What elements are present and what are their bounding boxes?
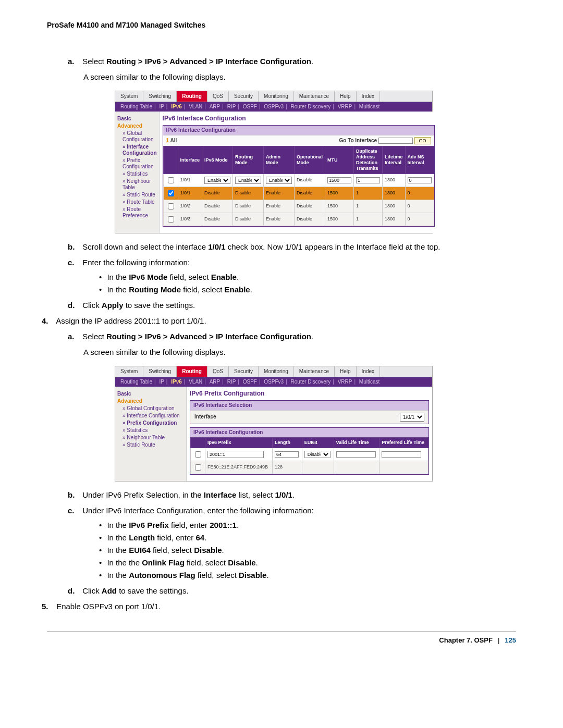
subtab-router-discovery[interactable]: Router Discovery [291, 104, 331, 109]
ipv6-mode-select[interactable]: Enable [204, 177, 230, 184]
sidebar-item-static-route[interactable]: Static Route [123, 192, 157, 198]
go-to-interface-label: Go To Interface [339, 138, 377, 143]
prefix-input[interactable] [207, 451, 264, 458]
sidebar-item-route-pref[interactable]: Route Preference [123, 206, 157, 219]
th-prefix: Ipv6 Prefix [205, 437, 273, 448]
table-row: FE80::21E:2AFF:FED9:249B 128 [191, 461, 429, 474]
cfg-header: IPv6 Interface Configuration [190, 428, 429, 437]
interface-select[interactable]: 1/0/1 [400, 413, 424, 422]
sidebar-item-statistics[interactable]: Statistics [123, 171, 157, 177]
step-a1-label: a. [68, 55, 80, 68]
go-to-interface-input[interactable] [378, 138, 413, 144]
sidebar-item-neighbour[interactable]: Neighbour Table [123, 178, 157, 191]
step-5-label: 5. [42, 600, 54, 613]
sidebar-advanced[interactable]: Advanced [117, 123, 157, 129]
tab-help[interactable]: Help [335, 366, 357, 377]
subtab-ospf[interactable]: OSPF [243, 104, 257, 109]
subtab-ip[interactable]: IP [159, 104, 164, 109]
th-lifetime: Lifetime Interval [383, 146, 406, 174]
tab-index[interactable]: Index [357, 366, 380, 377]
length-input[interactable] [275, 451, 299, 458]
sidebar-item-static-route[interactable]: Static Route [123, 442, 184, 448]
th-mtu: MTU [325, 146, 354, 174]
tab-monitoring[interactable]: Monitoring [259, 91, 294, 102]
table-row: Disable [191, 448, 429, 461]
sidebar-advanced[interactable]: Advanced [117, 398, 184, 404]
go-button[interactable]: GO [414, 137, 431, 144]
step-b2-label: b. [68, 489, 80, 501]
row-checkbox[interactable] [168, 177, 174, 183]
footer-rule [47, 632, 516, 632]
valid-life-input[interactable] [336, 451, 376, 458]
subtab-ipv6[interactable]: IPv6 [171, 104, 182, 109]
tab-switching[interactable]: Switching [143, 91, 177, 102]
tab-qos[interactable]: QoS [207, 366, 229, 377]
th-interface: Interface [178, 146, 202, 174]
step-c1-label: c. [68, 256, 80, 269]
sub-tabs: Routing Table| IP| IPv6| VLAN| ARP| RIP|… [115, 102, 432, 112]
adv-input[interactable] [408, 177, 432, 183]
sidebar-item-interface[interactable]: Interface Configuration [123, 413, 184, 419]
sidebar-item-prefix[interactable]: Prefix Configuration [123, 420, 184, 426]
th-valid-life: Valid Life Time [334, 437, 380, 448]
routing-mode-select[interactable]: Enable [235, 177, 261, 184]
sidebar-item-statistics[interactable]: Statistics [123, 427, 184, 434]
mtu-input[interactable] [327, 177, 351, 183]
sidebar-2: Basic Advanced Global Configuration Inte… [115, 387, 187, 481]
th-eui64: EUI64 [302, 437, 334, 448]
tab-routing[interactable]: Routing [177, 91, 207, 102]
eui64-select[interactable]: Disable [304, 451, 331, 458]
footer-chapter: Chapter 7. OSPF [439, 636, 493, 644]
tab-maintenance[interactable]: Maintenance [294, 366, 335, 377]
step-a2-label: a. [68, 330, 80, 343]
subtab-vrrp[interactable]: VRRP [338, 104, 352, 109]
subtab-rip[interactable]: RIP [227, 104, 236, 109]
subtab-multicast[interactable]: Multicast [359, 104, 380, 109]
row-checkbox[interactable] [168, 190, 174, 196]
subtab-routing-table[interactable]: Routing Table [120, 104, 152, 109]
sidebar-basic[interactable]: Basic [117, 391, 184, 397]
sidebar-basic[interactable]: Basic [117, 116, 157, 122]
sidebar-item-prefix[interactable]: Prefix Configuration [123, 157, 157, 170]
doc-header: ProSafe M4100 and M7100 Managed Switches [47, 21, 516, 29]
tab-help[interactable]: Help [335, 91, 357, 102]
sidebar-item-global[interactable]: Global Configuration [123, 130, 157, 143]
tab-index[interactable]: Index [357, 91, 380, 102]
tab-switching[interactable]: Switching [143, 366, 177, 377]
sidebar-item-neighbour[interactable]: Neighbour Table [123, 435, 184, 441]
sidebar-item-global[interactable]: Global Configuration [123, 405, 184, 412]
step-c2-label: c. [68, 504, 80, 517]
tab-qos[interactable]: QoS [207, 91, 229, 102]
sidebar-item-route-table[interactable]: Route Table [123, 199, 157, 205]
sidebar-item-interface[interactable]: Interface Configuration [123, 144, 157, 156]
tab-monitoring[interactable]: Monitoring [259, 366, 294, 377]
tab-maintenance[interactable]: Maintenance [294, 91, 335, 102]
sidebar: Basic Advanced Global Configuration Inte… [115, 112, 160, 233]
tab-security[interactable]: Security [229, 366, 259, 377]
admin-mode-select[interactable]: Enable [266, 177, 292, 184]
th-routing-mode: Routing Mode [233, 146, 264, 174]
subtab-vlan[interactable]: VLAN [189, 104, 202, 109]
selection-header: IPv6 Interface Selection [190, 401, 429, 410]
row-checkbox[interactable] [195, 451, 201, 458]
dad-input[interactable] [356, 177, 380, 183]
tab-security[interactable]: Security [229, 91, 259, 102]
ipv6-interface-screenshot: System Switching Routing QoS Security Mo… [115, 91, 433, 233]
panel-title: IPv6 Interface Configuration [163, 115, 435, 122]
subtab-ospfv3[interactable]: OSPFv3 [264, 104, 284, 109]
tab-system[interactable]: System [115, 366, 143, 377]
th-ipv6-mode: IPv6 Mode [202, 146, 233, 174]
tab-routing[interactable]: Routing [177, 366, 207, 377]
all-label: All [170, 138, 177, 143]
pref-life-input[interactable] [382, 451, 421, 458]
panel-title-2: IPv6 Prefix Configuration [190, 390, 429, 397]
step-d2-label: d. [68, 585, 80, 597]
row-checkbox[interactable] [195, 464, 201, 471]
table-row: 1/0/1 Disable Disable Enable Disable 150… [163, 187, 434, 200]
row-checkbox[interactable] [168, 216, 174, 223]
th-dad: Duplicate Address Detection Transmits [354, 146, 383, 174]
tab-system[interactable]: System [115, 91, 143, 102]
row-checkbox[interactable] [168, 203, 174, 209]
th-pref-life: Preferred Life Time [380, 437, 429, 448]
subtab-arp[interactable]: ARP [210, 104, 221, 109]
